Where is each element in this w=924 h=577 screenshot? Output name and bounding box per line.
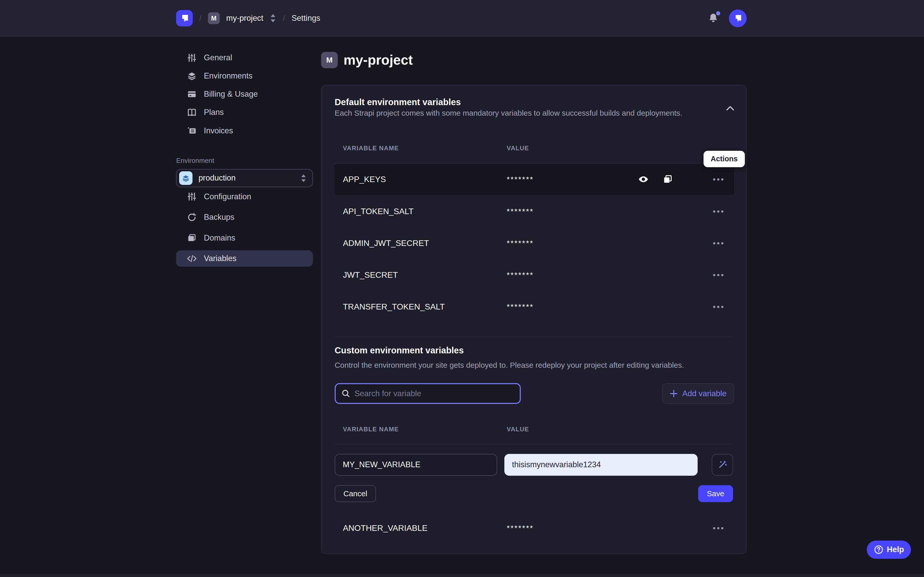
table-row: TRANSFER_TOKEN_SALT ******* •••	[335, 291, 734, 322]
collapse-section-button[interactable]	[725, 103, 735, 113]
column-header-value: VALUE	[507, 145, 529, 152]
save-button[interactable]: Save	[698, 485, 733, 502]
sidebar-item-label: Invoices	[204, 126, 233, 135]
notifications-button[interactable]	[708, 12, 719, 24]
eye-icon[interactable]	[638, 174, 649, 184]
sidebar-item-label: Environments	[204, 71, 252, 81]
add-variable-label: Add variable	[682, 389, 726, 398]
breadcrumb-separator: /	[283, 14, 285, 23]
sidebar-item-label: Backups	[204, 213, 234, 222]
sidebar-item-configuration[interactable]: Configuration	[176, 189, 313, 205]
row-actions-button[interactable]: •••	[712, 526, 726, 530]
sort-arrows-icon[interactable]	[270, 14, 276, 22]
variable-value-masked: *******	[507, 239, 534, 247]
breadcrumb-separator: /	[199, 14, 202, 23]
table-header-divider	[335, 444, 733, 445]
variable-value-masked: *******	[507, 302, 534, 311]
book-icon	[187, 108, 197, 118]
help-button[interactable]: Help	[867, 541, 911, 559]
variable-name: API_TOKEN_SALT	[343, 206, 414, 216]
row-actions-button[interactable]: •••	[712, 272, 726, 277]
stack-icon	[187, 233, 197, 243]
row-actions-button[interactable]: •••	[712, 241, 726, 245]
avatar[interactable]	[729, 10, 746, 27]
sidebar-item-environments[interactable]: Environments	[176, 67, 313, 85]
sidebar-item-general[interactable]: General	[176, 49, 313, 67]
search-input[interactable]	[354, 389, 514, 398]
sidebar-item-backups[interactable]: Backups	[176, 209, 313, 226]
sidebar-item-billing[interactable]: Billing & Usage	[176, 85, 313, 103]
top-bar: / M my-project / Settings	[0, 0, 924, 36]
magic-wand-icon	[718, 460, 727, 469]
table-row: APP_KEYS ******* •••	[335, 164, 734, 195]
table-row: ADMIN_JWT_SECRET ******* •••	[335, 227, 734, 259]
strapi-logo-icon	[179, 13, 190, 24]
variable-name-input[interactable]	[335, 454, 498, 476]
chevron-up-icon	[726, 106, 734, 111]
cancel-button[interactable]: Cancel	[335, 485, 376, 502]
actions-tooltip: Actions	[704, 151, 745, 167]
notification-dot	[716, 11, 720, 15]
variable-name: APP_KEYS	[343, 174, 386, 184]
variable-value-masked: *******	[507, 175, 534, 184]
column-header-variable-name: VARIABLE NAME	[343, 145, 399, 152]
sidebar-item-plans[interactable]: Plans	[176, 103, 313, 121]
variable-value-input[interactable]	[504, 454, 698, 476]
column-header-value: VALUE	[507, 426, 529, 433]
breadcrumb-settings[interactable]: Settings	[292, 14, 320, 23]
bottom-strip	[0, 574, 924, 577]
layers-icon	[187, 71, 197, 81]
top-bar-actions	[708, 0, 746, 36]
variable-value-masked: *******	[507, 524, 534, 532]
search-icon	[342, 389, 350, 398]
variable-name: ANOTHER_VARIABLE	[343, 524, 428, 533]
refresh-icon	[187, 212, 197, 222]
row-actions-button[interactable]: •••	[712, 305, 726, 309]
sidebar-item-variables[interactable]: Variables	[176, 250, 313, 267]
sidebar-item-label: Plans	[204, 108, 224, 117]
sliders-icon	[187, 192, 197, 201]
variable-search	[335, 383, 521, 404]
variable-name: JWT_SECRET	[343, 270, 398, 279]
add-variable-button[interactable]: Add variable	[662, 383, 734, 404]
help-label: Help	[887, 545, 904, 554]
table-row: ANOTHER_VARIABLE ******* •••	[335, 512, 734, 544]
row-actions-button[interactable]: •••	[712, 209, 726, 214]
invoice-icon	[187, 126, 197, 135]
environment-chip-icon	[179, 171, 193, 185]
copy-icon[interactable]	[662, 174, 673, 184]
variables-panel: Default environment variables Each Strap…	[321, 85, 746, 554]
sidebar-environment-nav: Configuration Backups Domains Variables	[176, 189, 313, 267]
variable-name: TRANSFER_TOKEN_SALT	[343, 302, 445, 311]
breadcrumb: / M my-project / Settings	[176, 0, 320, 36]
sidebar-item-label: Configuration	[204, 192, 251, 201]
variable-value-masked: *******	[507, 271, 534, 279]
generate-value-button[interactable]	[712, 454, 733, 476]
table-row: JWT_SECRET ******* •••	[335, 259, 734, 291]
sidebar-item-label: Billing & Usage	[204, 90, 258, 99]
plus-icon	[670, 390, 678, 398]
sidebar-item-label: General	[204, 53, 232, 62]
question-circle-icon	[874, 545, 884, 554]
variable-value-masked: *******	[507, 207, 534, 216]
project-title-badge: M	[321, 52, 338, 68]
environment-section-label: Environment	[176, 157, 214, 164]
sidebar-project-nav: General Environments Billing & Usage Pla…	[176, 49, 313, 140]
breadcrumb-project-name[interactable]: my-project	[226, 14, 263, 23]
section-divider	[335, 337, 733, 337]
sidebar-item-domains[interactable]: Domains	[176, 229, 313, 246]
sidebar-item-label: Variables	[204, 254, 236, 263]
avatar-strapi-icon	[733, 13, 743, 23]
page-title: my-project	[344, 52, 413, 68]
project-initial-badge: M	[208, 12, 220, 24]
row-actions-button[interactable]: •••	[712, 177, 726, 182]
variable-name: ADMIN_JWT_SECRET	[343, 238, 429, 248]
strapi-logo-button[interactable]	[176, 10, 192, 26]
table-row: API_TOKEN_SALT ******* •••	[335, 195, 734, 227]
sliders-icon	[187, 53, 197, 63]
environment-select[interactable]: production	[176, 169, 313, 187]
sort-arrows-icon	[300, 174, 307, 182]
sidebar-item-invoices[interactable]: Invoices	[176, 122, 313, 140]
custom-section-description: Control the environment your site gets d…	[335, 361, 684, 369]
default-section-description: Each Strapi project comes with some mand…	[335, 109, 682, 118]
